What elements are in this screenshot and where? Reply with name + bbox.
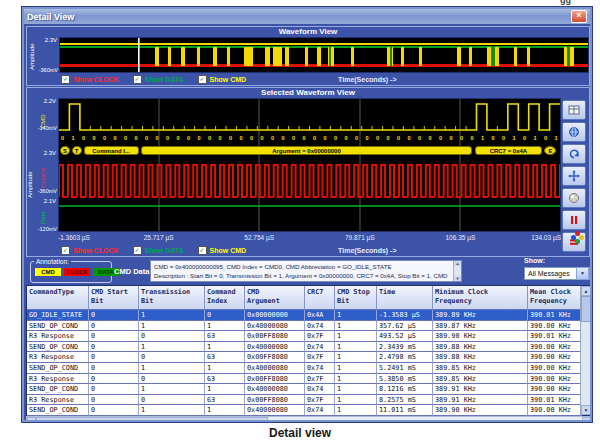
scrollbar-thumb[interactable] xyxy=(581,296,591,322)
show-filter-dropdown[interactable]: All Messages ▼ xyxy=(524,267,590,280)
column-header[interactable]: CMD Argument xyxy=(245,286,305,310)
table-row[interactable]: SEND_OP_COND0110x400000800x741357.62 µS3… xyxy=(27,321,582,332)
clock-waveform xyxy=(59,165,560,197)
table-row[interactable]: R3 Response00630x00FF80800x7F12.4798 mS3… xyxy=(27,352,582,363)
table-cell: 1 xyxy=(205,321,245,332)
cmd-annotation-row: S T Command I... Argument = 0x00000000 C… xyxy=(59,146,560,157)
show-toggle-label: Show CMD xyxy=(210,247,247,254)
move-icon-button[interactable] xyxy=(562,166,586,186)
table-icon-button[interactable] xyxy=(562,100,586,120)
table-cell: 357.62 µS xyxy=(377,321,433,332)
scroll-down-icon[interactable]: ▼ xyxy=(454,276,461,281)
checkbox-icon[interactable]: ✓ xyxy=(61,75,70,84)
scroll-down-icon[interactable]: ▼ xyxy=(581,405,591,415)
show-toggle[interactable]: ✓Show CLOCK xyxy=(61,246,119,255)
show-toggle[interactable]: ✓Show CLOCK xyxy=(61,75,119,84)
bit-value: 0 xyxy=(145,135,148,141)
table-cell: 1 xyxy=(205,405,245,416)
clock-min-label: -360mV xyxy=(38,188,57,194)
bit-value: 0 xyxy=(187,135,190,141)
column-header[interactable]: Transmission Bit xyxy=(139,286,205,310)
table-cell: R3 Response xyxy=(27,331,89,342)
cmd-data-line1: CMD = 0x400000000095, CMD Index = CMD0, … xyxy=(154,262,451,271)
table-row[interactable]: SEND_OP_COND0110x400000800x74111.011 mS3… xyxy=(27,405,582,416)
bit-value: 0 xyxy=(208,135,211,141)
column-header[interactable]: Command Index xyxy=(205,286,245,310)
table-horizontal-scrollbar[interactable]: ◄ ► xyxy=(26,416,592,422)
show-toggle[interactable]: ✓Show DATA xyxy=(133,246,184,255)
column-header[interactable]: Time xyxy=(377,286,433,310)
column-header[interactable]: CMD Stop Bit xyxy=(335,286,377,310)
column-header[interactable]: CommandType xyxy=(27,286,89,310)
table-row[interactable]: R3 Response00630x00FF80800x7F18.2575 mS3… xyxy=(27,395,582,406)
crc7-bubble[interactable]: CRC7 = 0x4A xyxy=(475,146,542,155)
table-row[interactable]: R3 Response00630x00FF80800x7F15.3850 mS3… xyxy=(27,374,582,385)
start-bit-bubble[interactable]: S xyxy=(60,146,70,155)
end-bit-bubble[interactable]: E xyxy=(544,146,556,155)
table-cell: 5.2491 mS xyxy=(377,363,433,374)
table-cell: 0 xyxy=(139,331,205,342)
table-row[interactable]: SEND_OP_COND0110x400000800x7412.3439 mS3… xyxy=(27,342,582,353)
table-vertical-scrollbar[interactable]: ▲ ▼ xyxy=(580,286,591,415)
table-cell: 0x00000000 xyxy=(245,310,305,321)
scroll-left-icon[interactable]: ◄ xyxy=(27,417,36,422)
table-row[interactable]: R3 Response00630x00FF80800x7F1493.52 µS3… xyxy=(27,331,582,342)
table-cell: 1 xyxy=(335,352,377,363)
checkbox-icon[interactable]: ✓ xyxy=(198,75,207,84)
bit-value: 0 xyxy=(198,135,201,141)
bit-value: 0 xyxy=(439,135,442,141)
argument-bubble[interactable]: Argument = 0x00000000 xyxy=(141,146,472,155)
cmd-data-scrollbar[interactable]: ▲ ▼ xyxy=(453,261,461,281)
axis-title: Amplitude xyxy=(29,40,35,70)
table-cell: 389.91 KHz xyxy=(433,395,528,406)
checkbox-icon[interactable]: ✓ xyxy=(61,246,70,255)
bit-value: 0 xyxy=(303,135,306,141)
bit-value: 0 xyxy=(93,135,96,141)
selected-waveform-plot[interactable]: 0100000000000000000000000000000000000000… xyxy=(58,98,561,232)
undo-icon-button[interactable] xyxy=(562,144,586,164)
table-cell: 0x40000080 xyxy=(245,342,305,353)
scroll-up-icon[interactable]: ▲ xyxy=(581,286,591,296)
bit-value: 0 xyxy=(166,135,169,141)
bit-value: 0 xyxy=(114,135,117,141)
title-bar[interactable]: Detail View × xyxy=(24,9,590,24)
bit-value: 0 xyxy=(471,135,474,141)
overview-waveform-plot[interactable] xyxy=(59,37,589,73)
table-row[interactable]: GO_IDLE_STATE0100x000000000x4A1-1.3583 µ… xyxy=(27,310,582,321)
checkbox-icon[interactable]: ✓ xyxy=(133,75,142,84)
scroll-right-icon[interactable]: ► xyxy=(582,417,591,422)
close-icon[interactable]: × xyxy=(571,10,587,23)
legend-chip: CLOCK xyxy=(64,268,90,276)
show-toggle[interactable]: ✓Show DATA xyxy=(133,75,184,84)
dropdown-arrow-icon[interactable]: ▼ xyxy=(576,267,589,280)
column-header[interactable]: CRC7 xyxy=(305,286,335,310)
table-cell: 0 xyxy=(139,374,205,385)
pause-icon-button[interactable] xyxy=(562,210,586,230)
table-row[interactable]: SEND_OP_COND0110x400000800x7415.2491 mS3… xyxy=(27,363,582,374)
sphere-icon-button[interactable] xyxy=(562,188,586,208)
table-cell: 0x4A xyxy=(305,310,335,321)
checkbox-icon[interactable]: ✓ xyxy=(198,246,207,255)
column-header[interactable]: Mean Clock Frequency xyxy=(528,286,582,310)
scroll-up-icon[interactable]: ▲ xyxy=(454,261,461,266)
bit-value: 1 xyxy=(555,135,558,141)
transmission-bit-bubble[interactable]: T xyxy=(72,146,82,155)
bit-value: 0 xyxy=(408,135,411,141)
show-toggle[interactable]: ✓Show CMD xyxy=(198,75,247,84)
table-cell: 0 xyxy=(89,352,139,363)
cmd-data-textbox[interactable]: CMD = 0x400000000095, CMD Index = CMD0, … xyxy=(150,260,462,282)
scrollbar-thumb[interactable] xyxy=(36,417,268,422)
globe-icon-button[interactable] xyxy=(562,122,586,142)
column-header[interactable]: CMD Start Bit xyxy=(89,286,139,310)
show-toggle[interactable]: ✓Show CMD xyxy=(198,246,247,255)
cmd-data-line2: Description : Start Bit = 0, Transmissio… xyxy=(154,271,451,280)
column-header[interactable]: Minimum Clock Frequency xyxy=(433,286,528,310)
bit-value: 0 xyxy=(376,135,379,141)
table-row[interactable]: SEND_OP_COND0110x400000800x7418.1216 mS3… xyxy=(27,384,582,395)
checkbox-icon[interactable]: ✓ xyxy=(133,246,142,255)
table-body: GO_IDLE_STATE0100x000000000x4A1-1.3583 µ… xyxy=(27,310,582,416)
table-cell: 390.00 KHz xyxy=(528,352,582,363)
overview-waveform xyxy=(60,38,588,72)
command-index-bubble[interactable]: Command I... xyxy=(84,146,139,155)
table-cell: 1 xyxy=(139,384,205,395)
